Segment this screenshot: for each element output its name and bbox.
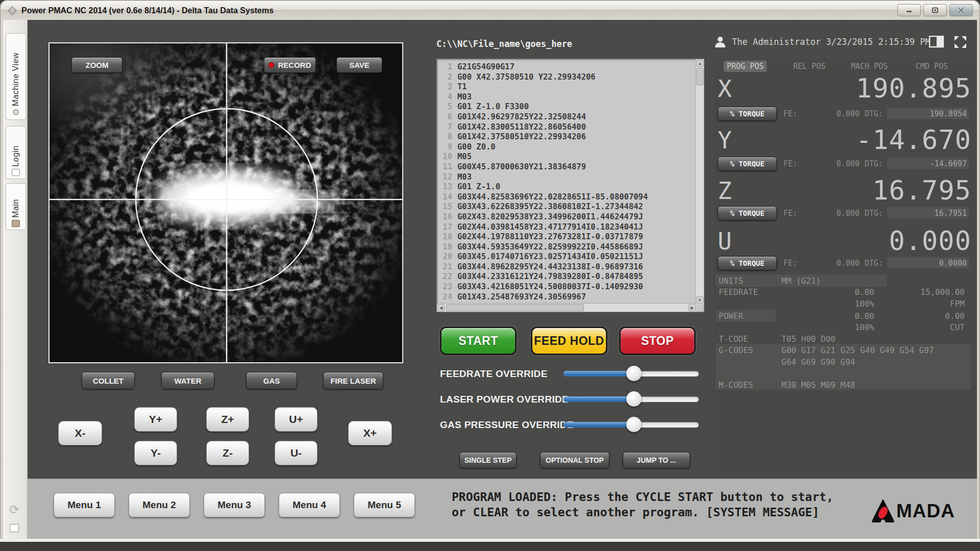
gas-label: GAS [263,377,280,385]
tcode-value: T05 H00 D00 [781,334,836,344]
gcode-line: 16G02X43.82029538Y23.34996200I1.44624479… [437,212,695,222]
stop-button[interactable]: STOP [619,327,696,355]
feedrate-override-thumb[interactable] [626,366,642,381]
gas-button[interactable]: GAS [246,372,297,389]
collet-button[interactable]: COLLET [82,372,135,389]
laser-power-override-thumb[interactable] [626,391,642,407]
camera-save-button[interactable]: SAVE [336,57,382,73]
scroll-down-arrow[interactable]: ▼ [696,296,703,304]
menu-4-button[interactable]: Menu 4 [279,493,340,517]
gcode-line: 20G03X45.01740716Y23.02571434I0.05021151… [437,252,695,262]
jog-y-plus-button[interactable]: Y+ [134,407,177,432]
hscroll-thumb[interactable] [446,304,584,311]
gcode-line: 22G03X44.23316121Y24.79839280I-0.8478489… [437,272,695,282]
fire-laser-button[interactable]: FIRE LASER [323,372,383,389]
close-button[interactable] [949,4,973,16]
axis-x-fe-label: FE: [783,109,797,118]
axis-u-fe-label: FE: [783,259,797,268]
tcode-label: T-CODE [719,334,748,344]
jog-z-minus-button[interactable]: Z- [206,441,249,465]
refresh-icon[interactable]: ⟳ [9,503,19,517]
camera-record-button[interactable]: RECORD [264,57,316,73]
gas-pressure-override-thumb[interactable] [626,417,642,432]
scroll-left-arrow[interactable]: ◀ [437,304,445,311]
gcode-line: 15G03X43.62268395Y22.38608102I-1.2734484… [437,202,695,212]
gcodes-line1: G00 G17 G21 G25 G40 G49 G54 G97 [781,345,934,355]
position-panel: PROG POS REL POS MACH POS CMD POS X 190.… [714,59,975,472]
axis-z-dtg-label: DTG: [865,209,883,218]
axis-x-value: 190.895 [856,73,971,104]
scroll-up-arrow[interactable]: ▲ [696,60,703,67]
camera-record-label: RECORD [278,61,311,69]
camera-zoom-button[interactable]: ZOOM [71,57,122,73]
maximize-button[interactable] [923,4,947,16]
pos-tab-rel[interactable]: REL POS [790,61,828,72]
gcode-line: 3T1 [437,82,695,92]
pos-tab-cmd[interactable]: CMD POS [913,61,951,72]
vscroll-thumb[interactable] [696,68,703,85]
jog-y-minus-label: Y- [151,447,161,459]
maximize-icon [932,7,939,13]
feedrate-override-slider[interactable] [564,371,699,377]
jog-y-minus-button[interactable]: Y- [134,441,177,465]
sidebar-tab-machine-view[interactable]: Machine View ⚙︎ [6,33,26,120]
axis-z-fe-label: FE: [783,209,797,218]
menu-5-button[interactable]: Menu 5 [354,493,415,517]
cycle-start-button[interactable]: START [440,327,517,355]
amada-wordmark: MADA [896,500,955,522]
status-header: The Administrator 3/23/2015 2:15:39 PM [714,34,974,51]
window-title: Power PMAC NC 2014 (ver 0.6e 8/14/14) - … [21,6,274,15]
jog-u-minus-button[interactable]: U- [275,441,317,465]
axis-y-torque-button[interactable]: % TORQUE [718,157,777,171]
sidebar-tab-login[interactable]: Login [6,126,26,179]
menu-2-button[interactable]: Menu 2 [129,493,190,517]
gcode-viewer[interactable]: 1G21G54G90G17 2G00 X42.37580510 Y22.2993… [436,59,704,312]
optional-stop-label: OPTIONAL STOP [546,456,604,464]
split-view-icon[interactable] [929,36,944,48]
scroll-right-arrow[interactable]: ▶ [689,304,696,311]
water-button[interactable]: WATER [161,372,214,389]
laser-power-override-slider[interactable] [564,396,699,402]
fire-laser-label: FIRE LASER [330,377,376,385]
user-datetime: The Administrator 3/23/2015 2:15:39 PM [732,37,930,47]
gcode-line: 11G00X45.87000630Y21.38364879 [437,162,695,172]
sidebar-tab-main[interactable]: Main [6,183,26,230]
jog-z-plus-button[interactable]: Z+ [206,407,249,432]
system-message-line2: or CLEAR to select another program. [SYS… [452,506,819,519]
horizontal-scrollbar[interactable]: ◀ ▶ [437,303,696,312]
stop-label: STOP [641,334,674,348]
axis-x-dtg-label: DTG: [865,109,883,118]
program-path: C:\\NC\File_name\goes_here [436,39,572,49]
gas-pressure-override-label: GAS PRESSURE OVERRIDE [440,419,574,431]
minimize-button[interactable] [897,4,921,16]
gcodes-line2: G64 G69 G90 G94 [781,357,855,367]
axis-z-torque-button[interactable]: % TORQUE [718,206,777,220]
pos-tab-prog[interactable]: PROG POS [724,61,767,72]
gas-pressure-override-slider[interactable] [564,422,699,428]
login-box-icon [12,169,20,176]
laser-power-override-label: LASER POWER OVERRIDE [440,394,569,405]
title-bar[interactable]: Power PMAC NC 2014 (ver 0.6e 8/14/14) - … [1,1,979,20]
optional-stop-button[interactable]: OPTIONAL STOP [540,452,609,468]
menu-1-label: Menu 1 [67,499,101,511]
axis-u-dtg-value: 0.0000 [887,259,967,268]
units-label: UNITS [719,276,743,286]
feed-hold-button[interactable]: FEED HOLD [531,327,607,355]
axis-u-torque-button[interactable]: % TORQUE [718,256,777,270]
window-box-icon[interactable] [10,524,19,532]
menu-1-button[interactable]: Menu 1 [54,493,115,517]
pos-tab-mach[interactable]: MACH POS [848,61,891,72]
gcode-line: 23G03X43.42168051Y24.50080037I-0.1409293… [437,282,695,292]
single-step-button[interactable]: SINGLE STEP [459,452,517,468]
menu-3-button[interactable]: Menu 3 [204,493,265,517]
jog-x-minus-button[interactable]: X- [58,421,102,445]
fullscreen-icon[interactable] [953,35,967,49]
record-dot-icon [268,62,274,68]
axis-x-torque-button[interactable]: % TORQUE [718,107,777,121]
vertical-scrollbar[interactable]: ▲ ▼ [695,59,704,304]
axis-y-dtg-label: DTG: [865,159,883,168]
jog-u-plus-button[interactable]: U+ [275,407,317,432]
jump-to-button[interactable]: JUMP TO ... [623,452,690,468]
jog-x-plus-button[interactable]: X+ [348,421,392,445]
axis-u-dtg-label: DTG: [865,259,883,268]
